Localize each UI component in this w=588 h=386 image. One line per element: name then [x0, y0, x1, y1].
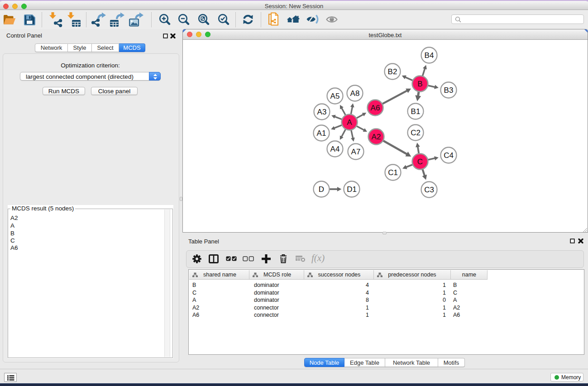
- svg-text:C3: C3: [424, 186, 434, 194]
- svg-text:A1: A1: [317, 129, 326, 138]
- svg-text:B: B: [417, 80, 422, 88]
- svg-text:B1: B1: [411, 107, 421, 116]
- svg-text:A8: A8: [350, 89, 360, 98]
- svg-text:A: A: [347, 118, 352, 127]
- svg-text:A7: A7: [351, 148, 361, 156]
- svg-text:B3: B3: [444, 86, 454, 95]
- svg-text:C: C: [417, 157, 423, 166]
- svg-text:C4: C4: [444, 151, 454, 160]
- svg-text:A5: A5: [330, 92, 340, 100]
- svg-text:A6: A6: [371, 104, 380, 112]
- svg-text:C2: C2: [411, 129, 421, 137]
- svg-text:C1: C1: [388, 168, 398, 177]
- svg-text:D: D: [319, 185, 324, 194]
- svg-text:D1: D1: [347, 185, 357, 194]
- svg-text:A2: A2: [372, 133, 381, 141]
- svg-text:B2: B2: [388, 67, 397, 76]
- svg-text:B4: B4: [425, 51, 434, 60]
- svg-text:A3: A3: [317, 108, 327, 116]
- svg-text:A4: A4: [330, 145, 340, 153]
